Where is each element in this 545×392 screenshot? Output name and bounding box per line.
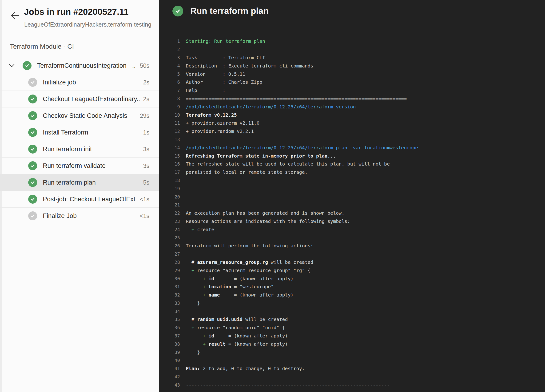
line-number[interactable]: 8 bbox=[159, 96, 180, 101]
line-number[interactable]: 29 bbox=[159, 268, 180, 273]
log-line: 30 + id = (known after apply) bbox=[159, 274, 545, 283]
line-number[interactable]: 32 bbox=[159, 292, 180, 297]
job-row[interactable]: Checkout LeagueOfExtraordinary... 2s bbox=[0, 91, 159, 107]
line-number[interactable]: 38 bbox=[159, 342, 180, 347]
line-number[interactable]: 37 bbox=[159, 333, 180, 338]
line-text: + create bbox=[180, 227, 214, 232]
line-number[interactable]: 12 bbox=[159, 129, 180, 134]
log-line: 16 The refreshed state will be used to c… bbox=[159, 160, 545, 168]
line-number[interactable]: 27 bbox=[159, 251, 180, 257]
line-number[interactable]: 30 bbox=[159, 276, 180, 281]
line-number[interactable]: 42 bbox=[159, 374, 180, 379]
line-number[interactable]: 39 bbox=[159, 350, 180, 355]
back-button[interactable] bbox=[10, 10, 21, 21]
line-number[interactable]: 17 bbox=[159, 170, 180, 175]
line-number[interactable]: 36 bbox=[159, 325, 180, 330]
job-name: TerraformContinuousIntegration - ... bbox=[37, 62, 136, 69]
line-number[interactable]: 40 bbox=[159, 358, 180, 363]
log-line: 35 # random_uuid.uuid will be created bbox=[159, 315, 545, 324]
line-text: Terraform will perform the following act… bbox=[180, 243, 313, 249]
line-number[interactable]: 33 bbox=[159, 300, 180, 306]
line-number[interactable]: 34 bbox=[159, 309, 180, 314]
line-number[interactable]: 11 bbox=[159, 120, 180, 126]
log-line: 17 persisted to local or remote state st… bbox=[159, 168, 545, 176]
line-text: # random_uuid.uuid will be created bbox=[180, 317, 288, 322]
log-output[interactable]: 1 Starting: Run terraform plan 2 =======… bbox=[159, 37, 545, 389]
line-number[interactable]: 13 bbox=[159, 137, 180, 142]
line-number[interactable]: 15 bbox=[159, 153, 180, 159]
job-name: Checkout LeagueOfExtraordinary... bbox=[43, 95, 139, 103]
job-row[interactable]: TerraformContinuousIntegration - ... 50s bbox=[0, 57, 159, 74]
log-line: 15 Refreshing Terraform state in-memory … bbox=[159, 152, 545, 160]
log-line: 14 /opt/hostedtoolcache/terraform/0.12.2… bbox=[159, 143, 545, 152]
line-number[interactable]: 3 bbox=[159, 55, 180, 60]
log-title: Run terraform plan bbox=[190, 6, 269, 16]
log-line: 36 + resource "random_uuid" "uuid" { bbox=[159, 324, 545, 332]
line-number[interactable]: 7 bbox=[159, 88, 180, 93]
line-number[interactable]: 1 bbox=[159, 39, 180, 44]
log-line: 22 An execution plan has been generated … bbox=[159, 209, 545, 217]
line-number[interactable]: 5 bbox=[159, 72, 180, 77]
job-name: Run terraform init bbox=[43, 146, 139, 153]
line-number[interactable]: 21 bbox=[159, 202, 180, 207]
line-number[interactable]: 43 bbox=[159, 382, 180, 387]
log-line: 4 Description : Execute terraform cli co… bbox=[159, 61, 545, 70]
log-line: 10 Terraform v0.12.25 bbox=[159, 111, 545, 119]
line-number[interactable]: 22 bbox=[159, 210, 180, 216]
line-text: + provider.random v2.2.1 bbox=[180, 129, 254, 134]
log-line: 27 bbox=[159, 250, 545, 258]
line-text: /opt/hostedtoolcache/terraform/0.12.25/x… bbox=[180, 104, 356, 110]
status-icon bbox=[28, 78, 37, 87]
chevron-down-icon[interactable] bbox=[8, 62, 16, 69]
job-row[interactable]: Finalize Job <1s bbox=[0, 208, 159, 224]
job-duration: 5s bbox=[143, 179, 149, 186]
line-text: Task : Terraform CLI bbox=[180, 55, 265, 61]
line-number[interactable]: 2 bbox=[159, 47, 180, 52]
log-line: 32 + name = (known after apply) bbox=[159, 291, 545, 299]
line-number[interactable]: 4 bbox=[159, 63, 180, 68]
log-line: 33 } bbox=[159, 299, 545, 307]
log-panel: Run terraform plan 1 Starting: Run terra… bbox=[159, 0, 545, 392]
job-row[interactable]: Run terraform init 3s bbox=[0, 141, 159, 158]
line-number[interactable]: 25 bbox=[159, 235, 180, 240]
line-text: # azurerm_resource_group.rg will be crea… bbox=[180, 259, 313, 265]
line-number[interactable]: 31 bbox=[159, 284, 180, 289]
job-row[interactable]: Install Terraform 1s bbox=[0, 124, 159, 141]
jobs-sidebar: Jobs in run #20200527.11 LeagueOfExtraor… bbox=[0, 0, 159, 392]
line-text: ----------------------------------------… bbox=[180, 194, 390, 200]
line-number[interactable]: 41 bbox=[159, 366, 180, 371]
status-icon bbox=[28, 111, 37, 120]
line-number[interactable]: 9 bbox=[159, 104, 180, 109]
line-number[interactable]: 24 bbox=[159, 227, 180, 232]
line-number[interactable]: 35 bbox=[159, 317, 180, 322]
job-row[interactable]: Run terraform plan 5s bbox=[0, 174, 159, 191]
log-line: 21 bbox=[159, 201, 545, 209]
log-line: 38 + result = (known after apply) bbox=[159, 340, 545, 348]
log-line: 31 + location = "westeurope" bbox=[159, 283, 545, 291]
line-text: /opt/hostedtoolcache/terraform/0.12.25/x… bbox=[180, 145, 418, 151]
log-line: 8 ======================================… bbox=[159, 95, 545, 103]
log-line: 25 bbox=[159, 233, 545, 242]
job-row[interactable]: Post-job: Checkout LeagueOfExt... <1s bbox=[0, 191, 159, 208]
job-row[interactable]: Run terraform validate 3s bbox=[0, 158, 159, 174]
line-number[interactable]: 19 bbox=[159, 186, 180, 191]
line-number[interactable]: 16 bbox=[159, 161, 180, 166]
job-duration: 29s bbox=[140, 112, 149, 119]
job-duration: 2s bbox=[143, 96, 149, 103]
line-number[interactable]: 20 bbox=[159, 194, 180, 199]
log-line: 7 Help : bbox=[159, 86, 545, 95]
line-text: Description : Execute terraform cli comm… bbox=[180, 63, 313, 69]
line-number[interactable]: 28 bbox=[159, 260, 180, 265]
job-row[interactable]: Initialize job 2s bbox=[0, 74, 159, 91]
line-number[interactable]: 23 bbox=[159, 219, 180, 224]
line-number[interactable]: 26 bbox=[159, 243, 180, 248]
line-number[interactable]: 10 bbox=[159, 112, 180, 118]
line-number[interactable]: 6 bbox=[159, 80, 180, 85]
job-row[interactable]: Checkov Static Code Analysis 29s bbox=[0, 107, 159, 124]
line-number[interactable]: 18 bbox=[159, 178, 180, 183]
log-header: Run terraform plan bbox=[172, 6, 269, 17]
line-number[interactable]: 14 bbox=[159, 145, 180, 150]
line-text: Help : bbox=[180, 87, 226, 93]
line-text: + id = (known after apply) bbox=[180, 333, 288, 339]
line-text: Refreshing Terraform state in-memory pri… bbox=[180, 153, 336, 159]
